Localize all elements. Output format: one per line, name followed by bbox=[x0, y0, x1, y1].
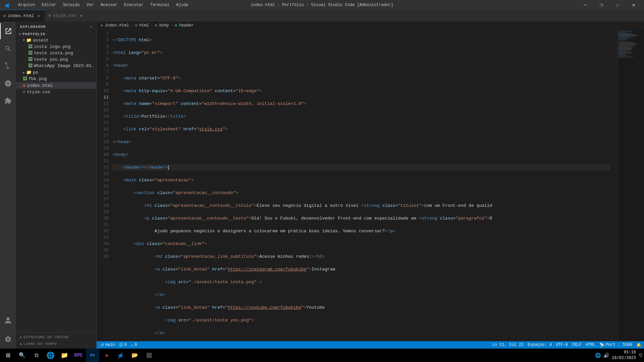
code-lines[interactable]: <!DOCTYPE html> <html lang="pt-br"> <hea… bbox=[113, 31, 617, 340]
breadcrumb-icon-body: ⊞ bbox=[155, 23, 157, 27]
start-button[interactable]: ⊞ bbox=[1, 349, 15, 362]
sidebar-project-root[interactable]: ▼ PORTFÓLIO bbox=[16, 32, 96, 37]
minimap-line bbox=[618, 40, 626, 40]
status-spaces[interactable]: Espaços: 4 bbox=[528, 343, 552, 347]
structure-arrow: ▶ bbox=[20, 336, 22, 339]
sidebar-file-insta-logo[interactable]: 🖼 insta logo.png bbox=[16, 44, 96, 50]
code-container[interactable]: 1 2 3 4 5 6 7 8 9 10 11 12 13 14 bbox=[97, 29, 617, 341]
taskbar-volume-icon[interactable]: 🔊 bbox=[603, 353, 609, 358]
content-area: Explorador ⋯ ▼ PORTFÓLIO ▼ 📁 assest bbox=[0, 22, 644, 349]
editor-area: ◈ index.html › ⊞ html › ⊞ body › ⊞ heade… bbox=[97, 22, 644, 349]
minimap-line bbox=[618, 49, 632, 49]
taskbar-epic[interactable]: EPC bbox=[72, 349, 85, 362]
minimize-button[interactable]: — bbox=[578, 0, 593, 10]
ln-28: 28 bbox=[97, 202, 109, 209]
taskbar-notification-icon[interactable]: 🗨 bbox=[639, 353, 643, 358]
activity-search[interactable] bbox=[0, 41, 16, 57]
taskbar-terminal[interactable]: ⬛ bbox=[142, 349, 156, 362]
taskbar-photoshop[interactable]: Ps bbox=[86, 349, 99, 362]
activity-extensions[interactable] bbox=[0, 93, 16, 109]
activity-settings[interactable] bbox=[0, 331, 16, 347]
ln-18: 18 bbox=[97, 139, 109, 145]
minimap-line bbox=[618, 36, 638, 36]
sidebar-file-teste-you[interactable]: 🖼 teste you.png bbox=[16, 56, 96, 63]
activity-explorer[interactable] bbox=[0, 23, 16, 39]
sidebar-more-icon[interactable]: ⋯ bbox=[90, 24, 92, 29]
sidebar-file-whatsapp[interactable]: 🖼 WhatsApp Image 2023-01-14 at 20... bbox=[16, 63, 96, 69]
tab-index-html[interactable]: ⚙ index.html ✕ bbox=[0, 10, 45, 21]
activity-account[interactable] bbox=[0, 312, 16, 328]
code-line-18: <h2 class="apresentacao_link_subtitulo">… bbox=[113, 253, 610, 260]
activity-source-control[interactable] bbox=[0, 58, 16, 74]
menu-terminal[interactable]: Terminal bbox=[148, 2, 172, 8]
status-line-ending[interactable]: CRLF bbox=[572, 343, 582, 347]
breadcrumb-icon-html: ◈ bbox=[101, 23, 103, 27]
minimap-line bbox=[618, 41, 628, 41]
status-notification[interactable]: 🔔 bbox=[636, 343, 641, 348]
taskbar-network-icon[interactable]: 🌐 bbox=[595, 353, 601, 358]
minimap-line bbox=[618, 53, 631, 53]
code-line-2: <html lang="pt-br"> bbox=[113, 50, 610, 56]
maximize-button[interactable]: ☐ bbox=[610, 0, 625, 10]
restore-button[interactable]: ❐ bbox=[594, 0, 609, 10]
menu-arquivo[interactable]: Arquivo bbox=[15, 2, 38, 8]
task-view-button[interactable]: ⧉ bbox=[30, 349, 43, 362]
status-encoding[interactable]: UTF-8 bbox=[556, 343, 568, 347]
file-icon-teste-insta: 🖼 bbox=[28, 51, 33, 56]
status-errors[interactable]: ⓪ 0 bbox=[119, 342, 127, 348]
code-line-5: <meta http-equiv="X-UA-Compatible" conte… bbox=[113, 88, 610, 94]
minimap-line bbox=[618, 51, 626, 51]
menu-bar[interactable]: Arquivo Editar Seleção Ver Acessar Execu… bbox=[15, 2, 191, 8]
code-line-20: <img src="./assest/teste insta.png" > bbox=[113, 279, 610, 285]
breadcrumb-body[interactable]: body bbox=[159, 23, 169, 28]
sidebar-structure[interactable]: ▶ ESTRUTURA DO CÓDIGO bbox=[16, 334, 96, 341]
sidebar: Explorador ⋯ ▼ PORTFÓLIO ▼ 📁 assest bbox=[16, 22, 97, 349]
code-line-22: <a class="link_botao" href="https://yout… bbox=[113, 304, 610, 311]
sidebar-folder-po[interactable]: ▶ 📁 po bbox=[16, 69, 96, 76]
window-controls[interactable]: — ❐ ☐ ✕ bbox=[578, 0, 641, 10]
close-button[interactable]: ✕ bbox=[626, 0, 641, 10]
ln-11: 11 bbox=[97, 94, 109, 101]
breadcrumb-header[interactable]: header bbox=[179, 23, 194, 28]
ln-26: 26 bbox=[97, 190, 109, 196]
sidebar-file-fbk[interactable]: 🖼 fbk.png bbox=[16, 76, 96, 82]
menu-ajuda[interactable]: Ajuda bbox=[173, 2, 191, 8]
sidebar-file-teste-insta[interactable]: 🖼 teste insta.png bbox=[16, 50, 96, 56]
minimap-content bbox=[618, 29, 644, 59]
taskbar-edge[interactable]: 🌐 bbox=[44, 349, 57, 362]
menu-acessar[interactable]: Acessar bbox=[98, 2, 120, 8]
sidebar-file-index[interactable]: ◈ index.html bbox=[16, 82, 96, 89]
breadcrumb-sep2: › bbox=[151, 23, 153, 27]
status-warnings[interactable]: ⚠ 0 bbox=[131, 343, 137, 348]
status-port[interactable]: 📡 Port : 5500 bbox=[599, 343, 632, 348]
minimap-line bbox=[618, 47, 631, 47]
taskbar-folder[interactable]: 📁 bbox=[58, 349, 71, 362]
minimap-line bbox=[618, 42, 632, 42]
taskbar-app6[interactable]: ◈ bbox=[100, 349, 113, 362]
tab-close-style[interactable]: ✕ bbox=[78, 13, 84, 18]
sidebar-file-style[interactable]: # style.css bbox=[16, 89, 96, 95]
menu-executar[interactable]: Executar bbox=[121, 2, 146, 8]
taskbar-vscode[interactable] bbox=[114, 349, 127, 362]
activity-debug[interactable] bbox=[0, 75, 16, 92]
menu-ver[interactable]: Ver bbox=[84, 2, 97, 8]
breadcrumb-indexhtml[interactable]: index.html bbox=[105, 23, 129, 28]
menu-editar[interactable]: Editar bbox=[39, 2, 59, 8]
sidebar-actions[interactable]: ⋯ bbox=[90, 24, 92, 29]
breadcrumb-html[interactable]: html bbox=[139, 23, 149, 28]
taskbar-explorer[interactable]: 📂 bbox=[128, 349, 142, 362]
tab-style-css[interactable]: ⚙ style.css ✕ bbox=[45, 10, 87, 21]
main-layout: ⚙ index.html ✕ ⚙ style.css ✕ bbox=[0, 10, 644, 362]
tab-close-index[interactable]: ✕ bbox=[36, 13, 41, 18]
sidebar-timeline[interactable]: ▶ LINHA DO TEMPO bbox=[16, 341, 96, 347]
status-branch[interactable]: ⎇ main bbox=[99, 343, 115, 348]
project-name: PORTFÓLIO bbox=[22, 32, 45, 36]
status-ln-col[interactable]: Ln 11, Col 22 bbox=[492, 343, 524, 347]
ln-24: 24 bbox=[97, 177, 109, 183]
code-line-13: <section class="apresentacao__conteudo"> bbox=[113, 190, 610, 196]
search-button[interactable]: 🔍 bbox=[15, 349, 29, 362]
status-language[interactable]: HTML bbox=[586, 343, 595, 347]
sidebar-folder-assest[interactable]: ▼ 📁 assest bbox=[16, 37, 96, 44]
menu-selecao[interactable]: Seleção bbox=[60, 2, 83, 8]
ln-2: 2 bbox=[97, 37, 109, 43]
